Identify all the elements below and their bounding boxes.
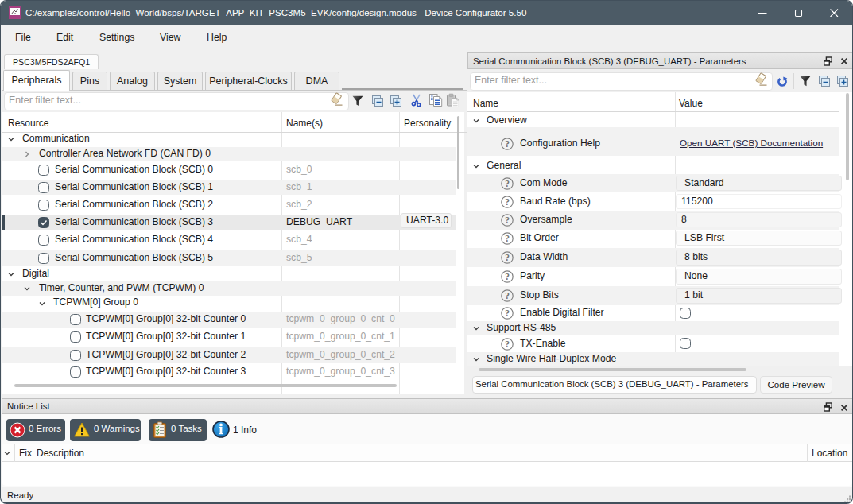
svg-text:?: ? xyxy=(505,179,510,188)
svg-text:?: ? xyxy=(505,253,510,262)
svg-text:?: ? xyxy=(505,339,510,349)
svg-text:?: ? xyxy=(505,215,510,225)
svg-text:?: ? xyxy=(505,197,510,207)
svg-text:?: ? xyxy=(505,234,510,243)
svg-text:?: ? xyxy=(505,291,510,300)
svg-text:?: ? xyxy=(505,272,510,281)
svg-text:?: ? xyxy=(505,139,510,149)
svg-text:?: ? xyxy=(505,308,510,318)
